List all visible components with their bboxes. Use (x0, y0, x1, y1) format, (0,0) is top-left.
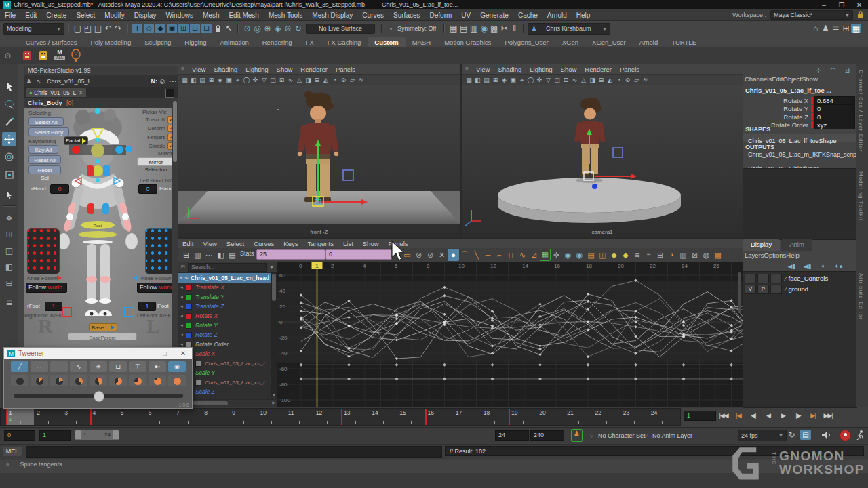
menu-file[interactable]: File (0, 12, 20, 19)
layer-extra-toggle[interactable] (770, 285, 782, 294)
shelf-tab-xgen[interactable]: XGen (555, 37, 585, 47)
live-surface-field[interactable]: No Live Surface (306, 24, 375, 34)
animation-end-field[interactable]: 240 (530, 430, 564, 441)
buffer-curve-icon[interactable]: ⊿ (528, 249, 540, 261)
menu-edit[interactable]: Edit (20, 12, 41, 19)
bookmark-icon[interactable]: ⊞ (207, 75, 216, 85)
move-layer-down-icon[interactable]: ◀▮ (802, 262, 812, 271)
normalize-icon[interactable]: ≈ (643, 249, 654, 261)
shelf-tab-fx[interactable]: FX (299, 37, 321, 47)
shelf-tab-xgen-user[interactable]: XGen_User (585, 37, 633, 47)
shaded-icon[interactable]: ◬ (295, 75, 304, 85)
viewport-menu-view[interactable]: View (188, 66, 210, 73)
shelf-tab-poly-modeling[interactable]: Poly Modeling (84, 37, 138, 47)
clamped-tangent-icon[interactable]: ╲ (471, 249, 482, 261)
time-snap-icon[interactable]: ◔ (666, 249, 677, 261)
layout-four-pane-icon[interactable]: ⊞ (2, 227, 16, 241)
channel-box-menu-channels[interactable]: Channels (745, 75, 772, 83)
graph-menu-list[interactable]: List (338, 240, 358, 247)
maximize-button[interactable]: □ (155, 350, 174, 357)
channel-box-menu-edit[interactable]: Edit (772, 75, 783, 83)
exposure-icon[interactable]: ≋ (641, 75, 650, 85)
step-forward-key-button[interactable]: ▶| (806, 409, 821, 422)
pose-editor-icon[interactable]: ♟ (821, 24, 831, 33)
layer-menu-layers[interactable]: Layers (745, 251, 764, 259)
textured-icon[interactable]: ◨ (304, 75, 313, 85)
character-icon[interactable]: ♟ (24, 77, 34, 86)
sidebar-tab-modeling-toolkit[interactable]: Modeling Toolkit (858, 171, 864, 221)
textured-icon[interactable]: ◨ (588, 75, 597, 85)
step-tangent-icon[interactable]: ⊓ (505, 249, 517, 261)
frame-number-15[interactable]: 15 (399, 409, 406, 416)
channel-box-menu-object[interactable]: Object (783, 75, 802, 83)
menu-surfaces[interactable]: Surfaces (389, 12, 425, 19)
command-language-button[interactable]: MEL (3, 447, 22, 456)
tab-display[interactable]: Display (743, 239, 780, 251)
shadows-icon[interactable]: ◭ (606, 75, 614, 85)
attribute-spreadsheet-icon[interactable]: ≣ (831, 24, 841, 33)
facial-button[interactable]: Facial (64, 136, 88, 145)
channel-translate-x[interactable]: ◄Translate X (178, 283, 277, 292)
menu-uv[interactable]: UV (456, 12, 475, 19)
rhand-field[interactable]: 0 (50, 184, 69, 194)
move-tool-icon[interactable] (2, 132, 16, 146)
insert-keys-icon[interactable]: ▥ (192, 249, 203, 261)
shelf-tab-motion-graphics[interactable]: Motion Graphics (437, 37, 498, 47)
attribute-row-rotate-y[interactable]: Rotate Y0 (743, 104, 855, 113)
make-live-icon[interactable]: ⊡ (201, 24, 212, 33)
shelf-tab-arnold[interactable]: Arnold (633, 37, 665, 47)
tween-slider-track[interactable] (14, 394, 183, 398)
shelf-tab-mash[interactable]: MASH (406, 37, 437, 47)
lights-icon[interactable]: ⊟ (597, 75, 606, 85)
menu-mesh-display[interactable]: Mesh Display (307, 12, 357, 19)
image-plane-icon[interactable]: ◈ (500, 75, 509, 85)
outliner-scrollbar[interactable]: ▼ (271, 272, 277, 397)
menu-windows[interactable]: Windows (161, 12, 198, 19)
lock-camera-icon[interactable]: ◧ (473, 75, 482, 85)
frame-number-2[interactable]: 2 (37, 409, 40, 416)
chevron-down-icon[interactable]: ▽ (644, 433, 648, 439)
picker-node-name[interactable]: Chris_v01_05_L (47, 78, 92, 85)
search-input[interactable]: Search... (188, 263, 267, 272)
scale-tool-icon[interactable] (2, 167, 16, 182)
search-icon[interactable]: ◎ (157, 77, 167, 86)
shelf-item-red-picker[interactable] (20, 49, 34, 62)
value-snap-icon[interactable]: ▥ (677, 249, 689, 261)
layer-row-ground[interactable]: VP∕ground (745, 284, 853, 294)
snap-view-icon[interactable]: ⊛ (283, 24, 293, 33)
speed-curve-icon[interactable]: ◠ (828, 66, 838, 75)
shadows-icon[interactable]: ◭ (321, 75, 330, 85)
channel-box-menu-show[interactable]: Show (802, 75, 818, 83)
outliner-selected-node[interactable]: ≡ ∿ Chris_v01_05_L:ac_cn_head (178, 273, 277, 283)
filter-icon[interactable]: ▩ (712, 249, 724, 261)
viewport-camera1[interactable]: ≡ViewShadingLightingShowRendererPanels ▦… (462, 64, 743, 237)
stats-frame-field[interactable]: 25 (256, 249, 326, 260)
shelf-tab-rigging[interactable]: Rigging (178, 37, 213, 47)
light-ball-icon[interactable]: ◉ (479, 24, 489, 33)
viewport-menu-panels[interactable]: Panels (332, 66, 359, 73)
frame-number-13[interactable]: 13 (344, 409, 350, 416)
outliner-toggle-icon[interactable]: ⌂ (810, 24, 821, 33)
field-chart-icon[interactable]: ▽ (544, 75, 553, 85)
motion-blur-icon[interactable]: ⊙ (339, 75, 348, 85)
break-tangents-icon[interactable]: ✕ (436, 249, 448, 261)
attribute-row-rotate-z[interactable]: Rotate Z0 (743, 113, 855, 121)
shelf-tab-curves-surfaces[interactable]: Curves / Surfaces (19, 37, 84, 47)
viewport-menu-lighting[interactable]: Lighting (526, 66, 556, 73)
camera-attributes-icon[interactable]: ▤ (198, 75, 207, 85)
retime-tool-icon[interactable]: ▤ (226, 249, 238, 261)
pre-infinity-icon[interactable]: ◉ (562, 249, 574, 261)
mute-curve-icon[interactable]: ◍ (701, 249, 712, 261)
multisample-icon[interactable]: ▱ (632, 75, 641, 85)
panel-menu-icon[interactable]: ≡ (462, 64, 472, 74)
picker-scrollbar[interactable] (172, 98, 178, 347)
graph-menu-keys[interactable]: Keys (279, 240, 302, 247)
viewport-menu-panels[interactable]: Panels (616, 66, 644, 73)
snap-point-icon[interactable]: ⊕ (262, 24, 273, 33)
minimize-button[interactable]: – (815, 1, 833, 9)
frame-number-23[interactable]: 23 (623, 409, 629, 416)
tween-pop-icon[interactable]: ✳ (90, 361, 107, 372)
pause-icon[interactable]: ‖ (509, 24, 519, 33)
tween-amount-4-button[interactable] (90, 375, 107, 386)
select-component-icon[interactable]: ◆ (155, 24, 165, 33)
